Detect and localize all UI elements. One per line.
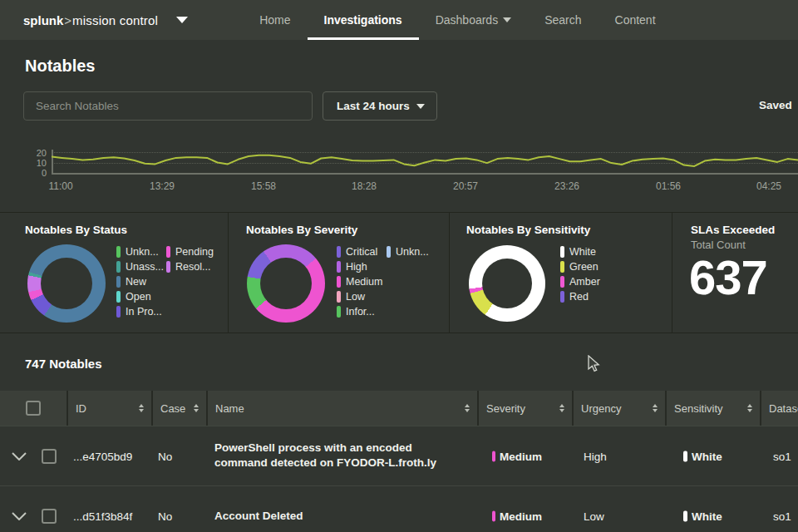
nav-item-search[interactable]: Search <box>528 0 598 40</box>
top-navbar: splunk > mission control Home Investigat… <box>0 0 798 40</box>
column-label: Case <box>160 402 185 415</box>
column-header-sensitivity[interactable]: Sensitivity <box>667 391 760 426</box>
column-header-severity[interactable]: Severity <box>479 391 572 426</box>
column-header-case[interactable]: Case <box>153 391 206 426</box>
legend-label: Medium <box>346 276 382 288</box>
legend-label: Unkn... <box>126 246 159 258</box>
cell-id: ...d51f3b84f <box>73 510 132 522</box>
legend-item: Pending <box>166 246 214 258</box>
sensitivity-swatch <box>683 451 687 461</box>
donut-hole <box>260 258 312 309</box>
cell-urgency: Low <box>584 510 604 522</box>
time-range-dropdown[interactable]: Last 24 hours <box>323 91 437 121</box>
sort-icon[interactable] <box>653 404 658 412</box>
legend-item: In Pro... <box>116 306 164 318</box>
legend-label: New <box>126 276 146 288</box>
legend-item: Low <box>337 291 382 303</box>
x-tick: 11:00 <box>42 180 79 192</box>
severity-donut-chart <box>247 244 325 323</box>
panel-notables-by-severity: Notables By Severity Critical High Mediu… <box>228 213 449 332</box>
legend-item: Infor... <box>337 306 382 318</box>
legend-swatch <box>116 291 121 303</box>
nav-item-dashboards[interactable]: Dashboards <box>419 0 529 40</box>
legend-label: Unass... <box>126 261 164 273</box>
column-header-urgency[interactable]: Urgency <box>574 391 665 426</box>
x-tick: 04:25 <box>751 180 787 192</box>
legend-label: In Pro... <box>126 306 162 318</box>
column-label: Severity <box>486 402 525 415</box>
logo-product: mission control <box>72 13 158 27</box>
legend-item: Amber <box>560 276 600 288</box>
severity-legend-col2: Unkn... <box>387 246 429 258</box>
legend-swatch <box>560 261 564 273</box>
legend-label: Red <box>569 291 589 303</box>
nav-item-content[interactable]: Content <box>598 0 672 40</box>
legend-swatch <box>387 246 391 258</box>
nav-item-label: Investigations <box>324 13 402 27</box>
table-row[interactable]: ...e4705bd9 No PowerShell process with a… <box>0 426 798 485</box>
legend-label: Open <box>126 291 151 303</box>
status-legend-col2: Pending Resol... <box>166 246 214 273</box>
nav-item-home[interactable]: Home <box>243 0 307 40</box>
cell-name[interactable]: PowerShell process with an encoded comma… <box>214 441 467 472</box>
y-tick-20: 20 <box>23 148 47 158</box>
panel-title: Notables By Status <box>25 224 127 236</box>
splunk-mission-control-screen: splunk > mission control Home Investigat… <box>0 0 798 532</box>
cell-urgency: High <box>584 450 607 462</box>
legend-item: Critical <box>337 246 382 258</box>
logo-gt: > <box>64 13 71 27</box>
cell-datasource: so1 <box>773 450 791 462</box>
legend-label: Infor... <box>346 306 375 318</box>
column-header-id[interactable]: ID <box>68 391 151 426</box>
page-title: Notables <box>25 57 95 76</box>
mouse-cursor <box>588 355 600 372</box>
nav-item-investigations[interactable]: Investigations <box>308 0 419 40</box>
cell-datasource: so1 <box>773 510 791 522</box>
legend-item: White <box>560 246 600 258</box>
sort-icon[interactable] <box>194 404 199 412</box>
legend-item: Unass... <box>116 261 164 273</box>
header-select-all-cell <box>0 391 66 426</box>
expand-chevron-icon[interactable] <box>12 452 27 461</box>
nav-item-label: Dashboards <box>436 13 499 27</box>
legend-label: Amber <box>569 276 600 288</box>
sort-icon[interactable] <box>465 404 470 412</box>
expand-chevron-icon[interactable] <box>12 512 27 520</box>
saved-filters-link[interactable]: Saved <box>759 99 792 111</box>
app-switcher-caret-icon[interactable] <box>176 17 188 23</box>
summary-panels: Notables By Status Unkn... Unass... New … <box>0 212 798 333</box>
cell-id: ...e4705bd9 <box>73 450 132 462</box>
legend-swatch <box>337 306 341 318</box>
donut-hole <box>482 259 532 308</box>
sensitivity-donut-chart <box>469 245 545 322</box>
select-all-checkbox[interactable] <box>26 401 41 416</box>
column-header-name[interactable]: Name <box>208 391 477 426</box>
x-tick: 13:29 <box>144 180 180 192</box>
panel-title: Notables By Sensitivity <box>466 224 590 236</box>
legend-label: Critical <box>346 246 377 258</box>
x-tick: 01:56 <box>650 180 687 192</box>
table-row[interactable]: ...d51f3b84f No Account Deleted Medium L… <box>0 485 798 532</box>
column-label: Sensitivity <box>674 402 723 415</box>
cell-name[interactable]: Account Deleted <box>214 508 467 524</box>
panel-slas-exceeded: SLAs Exceeded Total Count 637 <box>672 213 798 332</box>
cell-sensitivity: White <box>692 450 722 462</box>
legend-swatch <box>116 306 121 318</box>
x-tick: 18:28 <box>346 180 382 192</box>
column-header-datasource[interactable]: Dataso <box>761 391 798 426</box>
legend-swatch <box>560 276 564 288</box>
logo-brand: splunk <box>23 13 63 27</box>
row-checkbox[interactable] <box>42 449 57 464</box>
row-checkbox[interactable] <box>42 509 57 524</box>
panel-title: SLAs Exceeded <box>691 224 775 236</box>
sort-icon[interactable] <box>747 404 752 412</box>
search-input[interactable] <box>23 91 313 121</box>
sort-icon[interactable] <box>559 404 564 412</box>
legend-item: Unkn... <box>387 246 429 258</box>
legend-swatch <box>337 261 341 273</box>
legend-item: Unkn... <box>116 246 164 258</box>
splunk-logo[interactable]: splunk > mission control <box>0 0 158 40</box>
legend-swatch <box>560 246 564 258</box>
sort-icon[interactable] <box>139 404 144 412</box>
column-label: Urgency <box>581 402 621 415</box>
